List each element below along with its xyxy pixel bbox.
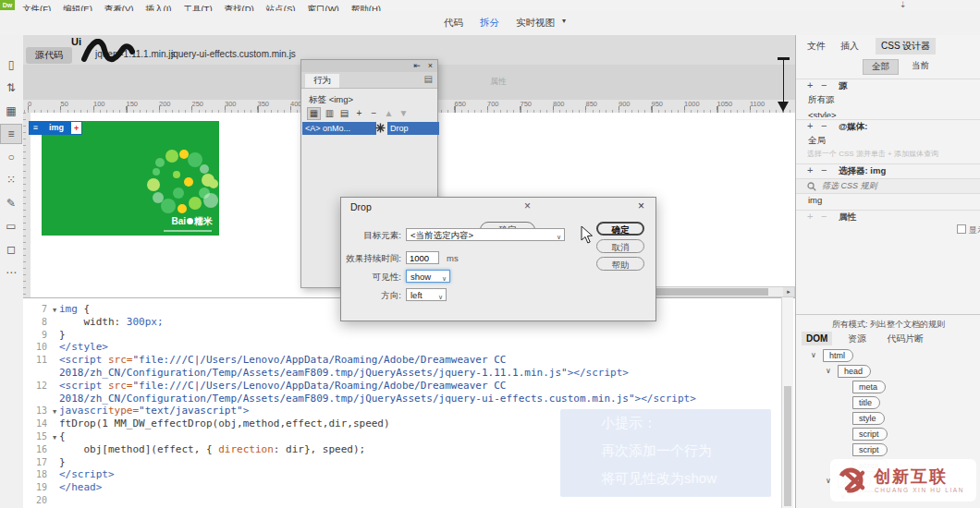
direction-select[interactable]: left ∨ <box>406 288 447 301</box>
code-token: } <box>59 329 66 341</box>
dom-node-script[interactable]: script <box>852 443 888 456</box>
tab-source-code[interactable]: 源代码 <box>26 47 72 64</box>
tab-insert[interactable]: 插入 <box>840 40 859 53</box>
behavior-event-cell[interactable]: <A> onMo... <box>302 122 376 135</box>
comment-icon[interactable]: ▭ <box>0 216 22 236</box>
tab-assets[interactable]: 资源 <box>843 331 871 347</box>
gear-icon[interactable] <box>375 123 386 133</box>
menu-item[interactable]: 文件(F) <box>22 4 51 11</box>
element-display-badge: ≡ img + <box>29 121 82 135</box>
horizontal-scrollbar-thumb[interactable] <box>650 288 768 296</box>
view-all-button[interactable]: 全部 <box>863 59 899 75</box>
code-vertical-scrollbar[interactable] <box>781 297 793 508</box>
chevron-down-icon[interactable]: ∨ <box>826 367 831 375</box>
code-line: 2018/zh_CN/Configuration/Temp/Assets/eam… <box>23 393 795 405</box>
css-source-item[interactable]: 所有源 <box>796 92 980 108</box>
comment-settings-icon[interactable]: ◻ <box>0 239 22 260</box>
sources-section-header: + − 源 <box>796 79 980 92</box>
behavior-action-cell[interactable]: Drop <box>387 122 439 135</box>
visibility-select[interactable]: show ∨ <box>406 270 450 283</box>
code-view-button[interactable]: 代码 <box>444 17 463 30</box>
tab-dom[interactable]: DOM <box>802 332 832 345</box>
image-element[interactable]: Bai糯米 <box>42 121 219 236</box>
tab-behaviors[interactable]: 行为 <box>305 74 339 88</box>
menu-item[interactable]: 帮助(H) <box>351 4 381 11</box>
edit-icon[interactable]: ✎ <box>0 193 22 213</box>
split-view-button[interactable]: 拆分 <box>480 17 499 30</box>
menu-item[interactable]: 窗口(W) <box>307 4 338 11</box>
dialog-close-icon[interactable]: × <box>638 200 644 212</box>
help-button[interactable]: 帮助 <box>596 257 644 271</box>
media-query-marker-pointer[interactable] <box>778 102 789 112</box>
behaviors-panel-titlebar[interactable]: ⇤ × <box>301 60 437 72</box>
duration-input[interactable] <box>406 251 439 264</box>
dom-node-html[interactable]: html <box>823 349 853 362</box>
move-down-button[interactable]: ▼ <box>398 107 410 120</box>
panel-menu-icon[interactable]: ▤ <box>424 74 433 84</box>
element-add-button[interactable]: + <box>70 121 82 135</box>
horizontal-scrollbar[interactable]: ▸ <box>647 286 795 297</box>
panel-close-icon[interactable]: × <box>428 60 433 72</box>
css-rule-filter-input[interactable] <box>820 180 962 191</box>
selector-item[interactable]: img <box>796 193 980 207</box>
tab-files[interactable]: 文件 <box>807 40 826 53</box>
list-view-icon[interactable]: ▤ <box>338 107 350 120</box>
tab-css-designer[interactable]: CSS 设计器 <box>876 38 936 54</box>
remove-property-button[interactable]: − <box>821 211 827 223</box>
menu-item[interactable]: 站点(S) <box>266 4 296 11</box>
dom-node-meta[interactable]: meta <box>852 381 886 393</box>
dom-node-script[interactable]: script <box>852 428 888 441</box>
live-view-button[interactable]: 实时视图 <box>516 17 555 30</box>
menu-item[interactable]: 编辑(E) <box>63 4 92 11</box>
dom-node-head[interactable]: head <box>838 365 871 378</box>
code-token: { <box>59 430 66 442</box>
remove-selector-button[interactable]: − <box>821 164 827 176</box>
view-current-button[interactable]: 当前 <box>903 59 937 73</box>
code-token: obj[method](effect, { <box>59 443 218 455</box>
behavior-row[interactable]: <A> onMo... Drop <box>302 122 436 135</box>
dom-node-style[interactable]: style <box>852 412 885 425</box>
assets-icon[interactable]: ▦ <box>0 101 22 121</box>
checkbox-icon[interactable] <box>957 224 966 234</box>
guides-icon[interactable]: ⁙ <box>0 170 22 190</box>
add-property-button[interactable]: + <box>807 211 813 223</box>
add-media-button[interactable]: + <box>807 120 813 132</box>
dom-node-title[interactable]: title <box>852 396 880 409</box>
circle-icon[interactable]: ○ <box>0 147 22 167</box>
element-menu-icon[interactable]: ≡ <box>29 121 43 135</box>
chevron-down-icon[interactable]: ∨ <box>811 351 816 359</box>
more-icon[interactable]: ⋯ <box>0 262 22 283</box>
ruler-label: 350 <box>258 100 270 108</box>
update-icon[interactable]: ⇣ <box>900 0 907 9</box>
scroll-right-arrow[interactable]: ▸ <box>783 287 794 296</box>
media-item[interactable]: 全局 <box>796 133 980 149</box>
menu-item[interactable]: 查找(D) <box>225 4 254 11</box>
show-set-toggle[interactable]: 显示集 <box>957 224 980 236</box>
ok-button[interactable]: 确定 <box>596 222 644 236</box>
add-source-button[interactable]: + <box>807 79 813 91</box>
target-element-select[interactable]: <当前选定内容> ∨ <box>406 228 565 241</box>
tab-related-file[interactable]: jquery-ui-effects.custom.min.js <box>171 49 296 59</box>
remove-media-button[interactable]: − <box>821 120 827 132</box>
format-icon[interactable]: ≡ <box>0 124 22 144</box>
add-selector-button[interactable]: + <box>807 164 813 176</box>
live-view-dropdown-icon[interactable]: ▾ <box>562 17 566 25</box>
cancel-button[interactable]: 取消 <box>596 239 644 253</box>
element-tag-label[interactable]: img <box>43 121 70 135</box>
show-all-events-button[interactable]: ▥ <box>324 107 336 120</box>
add-behavior-button[interactable]: + <box>353 107 365 120</box>
code-scrollbar-thumb[interactable] <box>784 386 791 506</box>
tab-snippets[interactable]: 代码片断 <box>882 331 928 347</box>
remove-behavior-button[interactable]: − <box>368 107 380 120</box>
menu-item[interactable]: 插入(I) <box>145 4 171 11</box>
panel-dock-icon[interactable]: ⇤ <box>413 60 421 72</box>
menu-item[interactable]: 查看(V) <box>104 4 134 11</box>
css-source-item[interactable]: <style> <box>796 108 980 117</box>
code-token: img <box>59 303 78 315</box>
file-icon[interactable]: ▯ <box>0 54 22 75</box>
show-set-events-button[interactable]: ▦ <box>307 107 321 120</box>
remove-source-button[interactable]: − <box>821 79 827 91</box>
swap-icon[interactable]: ⇅ <box>0 78 22 98</box>
menu-item[interactable]: 工具(T) <box>183 4 212 11</box>
move-up-button[interactable]: ▲ <box>383 107 395 120</box>
